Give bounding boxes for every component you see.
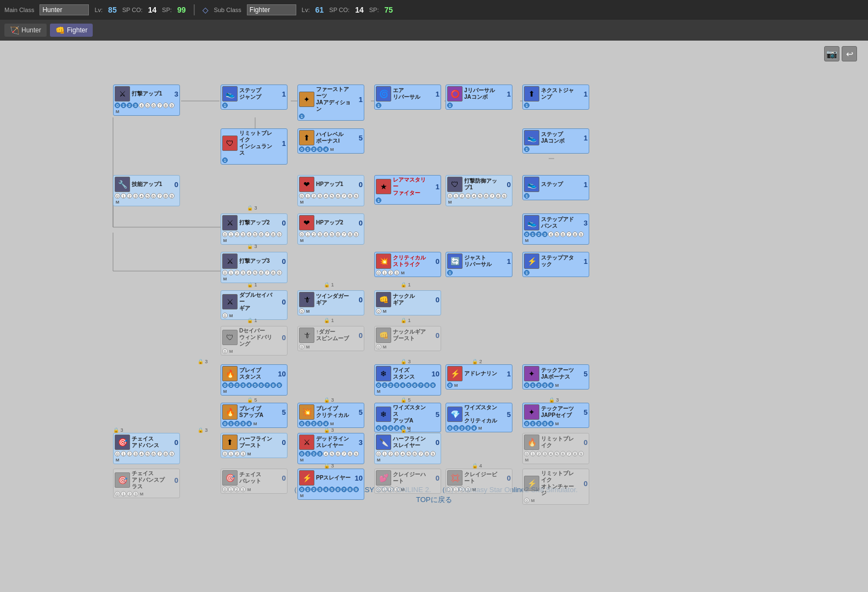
- skill-dagger-spin-level: 0: [354, 331, 363, 340]
- skill-half-line-slayer[interactable]: 🔪 ハーフラインスレイヤー 0 0 1 2 3 4 5 6 7 8 9 M: [374, 433, 441, 464]
- skill-half-line-boost[interactable]: ⬆ ハーフラインブースト 0 0 1 2 3 M: [221, 433, 288, 458]
- skill-brave-s-up-icon: 🔥: [222, 404, 238, 420]
- skill-next-jump-level: 1: [579, 90, 588, 98]
- skill-limit-break-ins[interactable]: 🛡 リミットブレイクインシュランス 1 1: [221, 128, 288, 165]
- skill-d-saber-wind[interactable]: 🛡 Dセイバーウィンドバリング 0 0 M: [221, 326, 288, 356]
- skill-step-attack[interactable]: ⚡ ステップアタック 1 1: [522, 252, 589, 277]
- skill-deadline-slayer-icon: ⚔: [299, 435, 314, 450]
- skill-crazy-heart[interactable]: 💕 クレイジーハート 0 0 1 2 3 M: [374, 469, 441, 494]
- skill-dakyoku1[interactable]: ⚔ 打撃アップ1 3 0 1 2 3 4 5 6 7 8 9 M: [113, 84, 180, 116]
- tab-fighter-label: Fighter: [67, 26, 87, 34]
- skill-twin-dagger-gear-dots: 0 M: [299, 308, 363, 314]
- skill-twin-dagger-gear[interactable]: 🗡 ツインダガーギア 0 0 M: [297, 290, 364, 315]
- skill-step-ja-combo[interactable]: 👟 ステップJAコンボ 1 1: [522, 128, 589, 154]
- skill-hp-up1[interactable]: ❤ HPアップ1 0 0 1 2 3 4 5 6 7 8 9 M: [297, 175, 364, 206]
- skill-air-reversal[interactable]: 🌀 エアリバーサル 1 1: [374, 84, 441, 110]
- skill-chase-advance-p[interactable]: 🎯 チェイスバレット 0 0 1 2 3 M: [221, 469, 288, 494]
- skill-brave-stance[interactable]: 🔥 ブレイブスタンス 10 0 1 2 3 4 5 6 7 8 9 M: [221, 364, 288, 396]
- skill-hp-up2-dots: 0 1 2 3 4 5 6 7 8 9 M: [299, 232, 363, 243]
- skill-dakyoku-bougu1-dots: 0 1 2 3 4 5 6 7 8 9 M: [447, 193, 511, 205]
- skill-tech-arts-ja[interactable]: ✦ テックアーツJAボーナス 5 0 1 2 3 4 M: [522, 364, 589, 390]
- skill-crazy-heart-name: クレイジーハート: [393, 471, 429, 484]
- skill-rare-mastery-icon: ★: [376, 179, 391, 194]
- skill-j-reversal-ja-level: 1: [502, 90, 511, 98]
- skill-chase-advance-plus[interactable]: 🎯 チェイスアドバンスプラス 0 0 1 2 3 M: [113, 469, 180, 498]
- camera-button[interactable]: 📷: [824, 46, 839, 61]
- skill-highlevel-bonus[interactable]: ⬆ ハイレベルボーナスⅠ 5 0 1 2 3 4 M: [297, 128, 364, 154]
- skill-wise-critical[interactable]: 💎 ワイズスタンスクリティカル 5 0 1 2 3 4 M: [446, 403, 512, 432]
- skill-critical-strike[interactable]: 💥 クリティカルストライク 0 0 1 2 3 M: [374, 252, 441, 277]
- skill-dakyoku-bougu1[interactable]: 🛡 打撃防御アップ1 0 0 1 2 3 4 5 6 7 8 9 M: [446, 175, 512, 206]
- skill-j-reversal-ja-icon: ⭕: [447, 86, 463, 102]
- sub-icon: ◇: [202, 5, 208, 14]
- skill-knuckle-gear[interactable]: 👊 ナックルギア 0 0 M: [374, 290, 441, 315]
- skill-brave-s-up-dots: 0 1 2 3 4 M: [222, 421, 286, 426]
- skill-twin-dagger-gear-name: ツインダガーギア: [316, 293, 352, 306]
- skill-adrenalin[interactable]: ⚡ アドレナリン 1 0 M: [446, 364, 512, 390]
- lock-badge-7b: 🔒 3: [198, 427, 208, 433]
- skill-step-dots: 1: [524, 193, 588, 199]
- skill-rare-mastery-level: 1: [431, 183, 439, 191]
- skill-step-ja-combo-dots: 1: [524, 146, 588, 152]
- skill-critical-strike-dots: 0 1 2 3 M: [376, 270, 439, 275]
- footer-top-link[interactable]: TOPに戻る: [416, 495, 452, 504]
- back-button[interactable]: ↩: [842, 46, 857, 61]
- skill-just-reversal-level: 1: [502, 257, 511, 266]
- skill-dakyoku3[interactable]: ⚔ 打撃アップ3 0 0 1 2 3 4 5 6 7 8 9 M: [221, 252, 288, 283]
- skill-dakyoku2[interactable]: ⚔ 打撃アップ2 0 0 1 2 3 4 5 6 7 8 9 M: [221, 213, 288, 245]
- skill-tech-arts-pp-save[interactable]: ✦ テックアーツJAPPセイブ 5 0 1 2 3 4 M: [522, 403, 589, 428]
- skill-dagger-spin[interactable]: 🗡 ↑ダガースピンムーブ 0 0 M: [297, 326, 364, 351]
- skill-limit-break-ins-dots: 1: [222, 157, 286, 163]
- skill-deadline-slayer[interactable]: ⚔ デッドラインスレイヤー 3 0 1 2 3 4 5 6 7 8 9 M: [297, 433, 364, 464]
- skill-hp-up1-name: HPアップ1: [316, 181, 352, 188]
- skill-brave-critical[interactable]: 💥 ブレイブクリティカル 5 0 1 2 3 4 M: [297, 403, 364, 428]
- skill-rare-mastery-name: レアマスタリーファイター: [393, 177, 429, 196]
- skill-step-ja-combo-icon: 👟: [524, 130, 539, 145]
- skill-next-jump[interactable]: ⬆ ネクストジャンプ 1 1: [522, 84, 589, 110]
- skill-hp-up2[interactable]: ❤ HPアップ2 0 0 1 2 3 4 5 6 7 8 9 M: [297, 213, 364, 245]
- skill-dakyoku2-icon: ⚔: [222, 215, 238, 230]
- skill-first-arts[interactable]: ✦ ファーストアーツJAアディション 1 1: [297, 84, 364, 121]
- skill-dakyoku3-name: 打撃アップ3: [239, 258, 275, 264]
- skill-step-jump[interactable]: 👟 ステップジャンプ 1 1: [221, 84, 288, 110]
- skill-just-reversal[interactable]: 🔄 ジャストリバーサル 1 1: [446, 252, 512, 277]
- skill-wise-stance[interactable]: ❄ ワイズスタンス 10 0 1 2 3 4 5 6 7 8 9 M: [374, 364, 441, 396]
- skill-half-line-boost-icon: ⬆: [222, 435, 238, 450]
- skill-chase-advance-p-name: チェイスバレット: [239, 471, 275, 484]
- lock-badge-5c: 🔒 2: [472, 359, 482, 364]
- skill-limit-break-charge[interactable]: ⚡ リミットブレイクオトンチャージ 0 0 M: [522, 469, 589, 505]
- skill-hp-up1-level: 0: [354, 181, 363, 189]
- skill-twin-dagger-gear-level: 0: [354, 296, 363, 304]
- skill-dakyoku2-dots: 0 1 2 3 4 5 6 7 8 9 M: [222, 232, 286, 243]
- tab-fighter[interactable]: 👊 Fighter: [50, 24, 93, 37]
- skill-rare-mastery[interactable]: ★ レアマスタリーファイター 1 1: [374, 175, 441, 205]
- skill-knuckle-boost[interactable]: 👊 ナックルギアブースト 0 0 M: [374, 326, 441, 351]
- skill-brave-s-up[interactable]: 🔥 ブレイブSアップA 5 0 1 2 3 4 M: [221, 403, 288, 428]
- skill-step-advance[interactable]: 👟 ステップアドバンス 3 0 1 2 3 4 5 6 7 8 9 M: [522, 213, 589, 245]
- skill-ginou-up1[interactable]: 🔧 技能アップ1 0 0 1 2 3 4 5 6 7 8 9 M: [113, 175, 180, 206]
- tab-hunter[interactable]: 🏹 Hunter: [4, 24, 47, 37]
- skill-j-reversal-ja[interactable]: ⭕ JリバーサルJAコンボ 1 1: [446, 84, 512, 110]
- main-spco-val: 14: [148, 5, 157, 14]
- skill-double-saber-gear[interactable]: ⚔ ダブルセイバーギア 0 0 M: [221, 290, 288, 320]
- skill-brave-critical-name: ブレイブクリティカル: [316, 405, 352, 419]
- skill-dakyoku1-name: 打撃アップ1: [132, 91, 168, 97]
- main-class-input[interactable]: [40, 4, 89, 15]
- skill-dakyoku1-dots: 0 1 2 3 4 5 6 7 8 9 M: [115, 103, 178, 114]
- skill-step-attack-level: 1: [579, 257, 588, 266]
- sub-class-input[interactable]: [247, 4, 296, 15]
- skill-step[interactable]: 👟 ステップ 1 1: [522, 175, 589, 200]
- skill-wise-stance-up-icon: ❄: [376, 407, 391, 422]
- skill-limit-break-ins-icon: 🛡: [222, 136, 238, 151]
- skill-limit-break-dots: 0 1 2 3 4 5 6 7 8 9 M: [524, 451, 588, 463]
- skill-pp-slayer[interactable]: ⚡ PPスレイヤー 10 0 1 2 3 4 5 6 7 8 9 M: [297, 469, 364, 500]
- skill-crazy-beat[interactable]: 💢 クレイジービート 0 0 1 2 3 M: [446, 469, 512, 494]
- skill-adrenalin-name: アドレナリン: [464, 370, 500, 377]
- skill-step-attack-dots: 1: [524, 270, 588, 275]
- skill-wise-stance-level: 10: [431, 370, 439, 378]
- skill-chase-advance[interactable]: 🎯 チェイスアドバンス 0 0 1 2 3 4 5 6 7 8 9 M: [113, 433, 180, 464]
- skill-crazy-heart-icon: 💕: [376, 470, 391, 486]
- skill-limit-break[interactable]: 🔥 リミットブレイク 0 0 1 2 3 4 5 6 7 8 9 M: [522, 433, 589, 464]
- skill-first-arts-dots: 1: [299, 114, 363, 119]
- skill-knuckle-boost-icon: 👊: [376, 328, 391, 343]
